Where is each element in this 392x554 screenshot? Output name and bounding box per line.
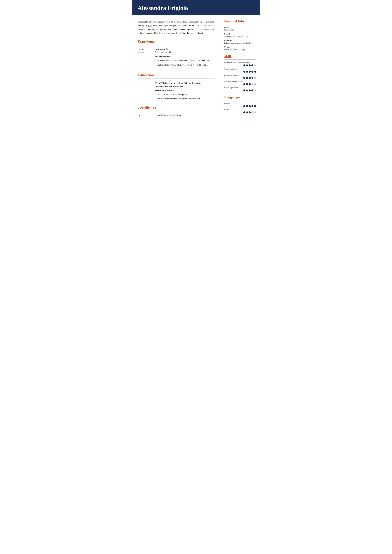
skills-section: Skills User interface & user experienceC…: [224, 55, 256, 91]
education-title: Education: [138, 73, 215, 77]
skill-name: User interface & user experience: [224, 62, 256, 64]
language-dots: [224, 105, 256, 107]
languages-section: Languages EnglishGerman: [224, 96, 256, 113]
course-item: Safety and security measures for tomorro…: [155, 97, 215, 101]
languages-title: Languages: [224, 96, 256, 99]
achievements-list: Increased sales by 230% by connecting re…: [155, 59, 215, 67]
dot-filled: [246, 64, 248, 66]
dot-filled: [249, 77, 251, 79]
dot-empty: [254, 64, 256, 66]
resume-header: Alessandra Frigiola: [132, 0, 260, 15]
skill-dots: [224, 83, 256, 85]
achievement-item: Increased sales by 230% by connecting re…: [155, 59, 215, 62]
skill-dots: [224, 71, 256, 73]
experience-section: Experience 2018-01 - 2019-11 Restaurant …: [138, 40, 215, 68]
job-company: Bahari, Astoria, NY: [155, 51, 215, 53]
summary-text: Dependable university graduate with IT m…: [138, 20, 215, 35]
dot-filled: [249, 83, 251, 85]
linkedin-value: linkedin.com/in/alessandrafrigiola: [224, 42, 256, 44]
experience-title: Experience: [138, 40, 215, 44]
skill-name: Network administration: [224, 80, 256, 83]
skill-item: Network administration: [224, 80, 256, 85]
dot-filled: [249, 105, 251, 107]
dot-filled: [252, 64, 253, 66]
skills-list: User interface & user experienceCloud ar…: [224, 62, 256, 91]
personal-info-section: Personal Info Phone 212-555-3214 E-mail …: [224, 19, 256, 51]
languages-divider: [224, 100, 256, 100]
dot-filled: [246, 71, 248, 73]
dot-empty: [252, 111, 253, 113]
skill-name: Cloud deployment: [224, 87, 256, 89]
language-name: German: [224, 109, 256, 111]
language-dots: [224, 111, 256, 113]
dot-empty: [252, 83, 253, 85]
phone-value: 212-555-3214: [224, 29, 256, 31]
dot-filled: [243, 105, 245, 107]
dot-filled: [246, 90, 248, 91]
job-date-end: 2019-11: [138, 52, 144, 54]
personal-info-title: Personal Info: [224, 19, 256, 23]
dot-filled: [249, 71, 251, 73]
phone-label: Phone: [224, 26, 256, 28]
skills-title: Skills: [224, 55, 256, 59]
skill-item: User interface & user experience: [224, 62, 256, 66]
achievement-item: Implemented new POS integration, saving …: [155, 63, 215, 67]
experience-divider: [138, 45, 215, 45]
achievements-label: Key Achievements: [155, 55, 215, 58]
cert-name: CompTIA Network+ Certificate: [155, 114, 181, 117]
education-section: Education BS in IT Infrastructure—Data S…: [138, 73, 215, 101]
cert-year: 2017: [138, 114, 155, 117]
dot-filled: [252, 90, 253, 91]
dot-filled: [252, 105, 253, 107]
job-dates: 2018-01 - 2019-11: [138, 48, 155, 68]
dot-filled: [243, 64, 245, 66]
email-value: alessandra.frigiola@gmail.com: [224, 35, 256, 38]
linkedin-label: LinkedIn: [224, 39, 256, 42]
right-column: Personal Info Phone 212-555-3214 E-mail …: [220, 15, 260, 127]
skill-dots: [224, 77, 256, 79]
dot-filled: [246, 105, 248, 107]
course-item: Cloud infrastructure and deployment: [155, 93, 215, 96]
skill-item: Project management: [224, 74, 256, 79]
language-name: English: [224, 102, 256, 104]
skill-item: Cloud architecture: [224, 68, 256, 73]
coursework-list: Cloud infrastructure and deployment Safe…: [155, 93, 215, 101]
certificates-divider: [138, 111, 215, 111]
job-details: Restaurant Server Bahari, Astoria, NY Ke…: [155, 48, 215, 68]
dot-filled: [243, 71, 245, 73]
dot-empty: [254, 77, 256, 79]
email-label: E-mail: [224, 33, 256, 35]
edu-degree: BS in IT Infrastructure—Data Science Spe…: [155, 81, 215, 88]
dot-filled: [243, 77, 245, 79]
cert-entry: 2017 CompTIA Network+ Certificate: [138, 114, 215, 117]
dot-filled: [246, 83, 248, 85]
certificates-section: Certificates 2017 CompTIA Network+ Certi…: [138, 106, 215, 117]
skills-divider: [224, 59, 256, 60]
dot-filled: [249, 90, 251, 91]
language-item: English: [224, 102, 256, 107]
left-column: Dependable university graduate with IT m…: [132, 15, 220, 127]
dot-filled: [243, 90, 245, 91]
skill-dots: [224, 90, 256, 91]
dot-filled: [254, 71, 256, 73]
languages-list: EnglishGerman: [224, 102, 256, 113]
skill-dots: [224, 64, 256, 66]
dot-filled: [243, 83, 245, 85]
dot-empty: [254, 83, 256, 85]
dot-empty: [254, 111, 256, 113]
skill-name: Project management: [224, 74, 256, 76]
job-date-start: 2018-01 -: [138, 48, 145, 51]
dot-filled: [249, 111, 251, 113]
twitter-value: twitter.com/alessandrafrigo: [224, 48, 256, 51]
job-title: Restaurant Server: [155, 48, 215, 50]
job-entry: 2018-01 - 2019-11 Restaurant Server Baha…: [138, 48, 215, 68]
language-item: German: [224, 109, 256, 113]
candidate-name: Alessandra Frigiola: [138, 5, 254, 11]
education-entry: BS in IT Infrastructure—Data Science Spe…: [138, 81, 215, 101]
certificates-title: Certificates: [138, 106, 215, 110]
twitter-label: Twitter: [224, 46, 256, 48]
dot-filled: [243, 111, 245, 113]
dot-filled: [254, 105, 256, 107]
skill-item: Cloud deployment: [224, 87, 256, 91]
main-content: Dependable university graduate with IT m…: [132, 15, 260, 127]
